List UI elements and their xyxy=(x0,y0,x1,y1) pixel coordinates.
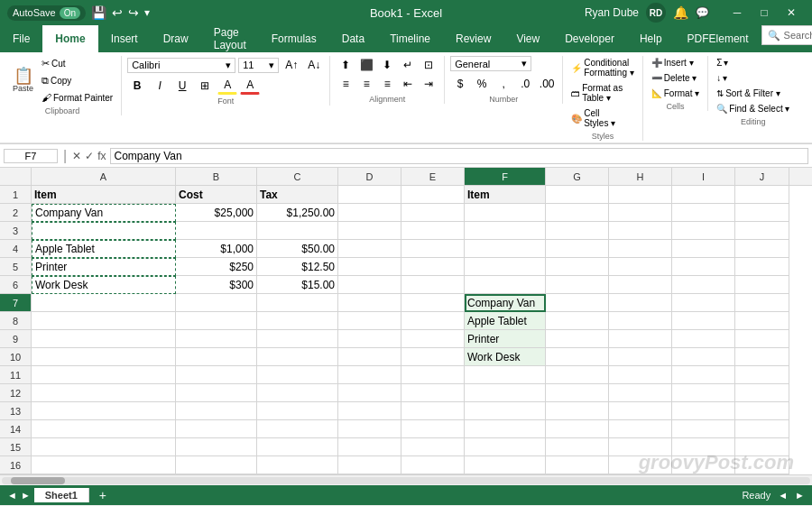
list-item[interactable] xyxy=(401,366,465,384)
list-item[interactable] xyxy=(546,258,609,276)
list-item[interactable] xyxy=(735,222,789,240)
list-item[interactable] xyxy=(257,294,338,312)
row-number-1[interactable]: 1 xyxy=(0,186,32,204)
format-as-table-button[interactable]: 🗃 Format asTable ▾ xyxy=(568,81,625,105)
row-number-10[interactable]: 10 xyxy=(0,348,32,366)
list-item[interactable] xyxy=(257,420,338,438)
border-button[interactable]: ⊞ xyxy=(195,77,215,95)
col-header-d[interactable]: D xyxy=(338,168,401,185)
list-item[interactable] xyxy=(32,312,176,330)
minimize-button[interactable]: ─ xyxy=(724,0,751,25)
list-item[interactable] xyxy=(257,438,338,456)
list-item[interactable] xyxy=(401,276,465,294)
list-item[interactable]: Tax xyxy=(257,186,338,204)
increase-font-button[interactable]: A↑ xyxy=(281,56,301,74)
list-item[interactable] xyxy=(609,186,672,204)
row-number-12[interactable]: 12 xyxy=(0,384,32,402)
cell-reference-box[interactable]: F7 xyxy=(4,149,58,163)
currency-button[interactable]: $ xyxy=(450,75,470,93)
list-item[interactable] xyxy=(609,366,672,384)
row-number-11[interactable]: 11 xyxy=(0,366,32,384)
font-color-button[interactable]: A xyxy=(240,77,260,95)
list-item[interactable] xyxy=(338,456,401,474)
list-item[interactable] xyxy=(609,276,672,294)
list-item[interactable] xyxy=(401,240,465,258)
list-item[interactable] xyxy=(465,384,546,402)
list-item[interactable] xyxy=(735,312,789,330)
list-item[interactable] xyxy=(735,456,789,474)
list-item[interactable]: $300 xyxy=(176,276,257,294)
list-item[interactable]: $250 xyxy=(176,258,257,276)
list-item[interactable] xyxy=(257,456,338,474)
list-item[interactable] xyxy=(465,276,546,294)
col-header-f[interactable]: F xyxy=(465,168,546,185)
list-item[interactable]: $25,000 xyxy=(176,204,257,222)
format-button[interactable]: 📐 Format ▾ xyxy=(649,87,702,100)
list-item[interactable]: Work Desk xyxy=(32,276,176,294)
list-item[interactable] xyxy=(546,240,609,258)
cell-styles-button[interactable]: 🎨 CellStyles ▾ xyxy=(568,106,618,130)
scroll-right-icon[interactable]: ► xyxy=(795,490,805,501)
list-item[interactable] xyxy=(546,438,609,456)
align-middle-button[interactable]: ⬛ xyxy=(356,56,376,74)
find-select-button[interactable]: 🔍 Find & Select ▾ xyxy=(714,102,792,115)
list-item[interactable] xyxy=(176,402,257,420)
list-item[interactable]: Apple Tablet xyxy=(32,240,176,258)
list-item[interactable] xyxy=(672,438,735,456)
list-item[interactable] xyxy=(546,204,609,222)
decrease-font-button[interactable]: A↓ xyxy=(304,56,324,74)
list-item[interactable] xyxy=(176,438,257,456)
list-item[interactable] xyxy=(609,330,672,348)
row-number-6[interactable]: 6 xyxy=(0,276,32,294)
redo-icon[interactable]: ↪ xyxy=(128,5,139,20)
formula-input[interactable] xyxy=(110,148,809,164)
list-item[interactable] xyxy=(401,330,465,348)
list-item[interactable] xyxy=(546,348,609,366)
list-item[interactable] xyxy=(546,366,609,384)
formula-confirm-icon[interactable]: ✓ xyxy=(85,150,94,162)
sort-filter-button[interactable]: ⇅ Sort & Filter ▾ xyxy=(714,87,783,100)
list-item[interactable] xyxy=(672,402,735,420)
tab-pdfelement[interactable]: PDFElement xyxy=(675,25,761,52)
increase-indent-button[interactable]: ⇥ xyxy=(419,75,438,93)
list-item[interactable]: $1,250.00 xyxy=(257,204,338,222)
list-item[interactable] xyxy=(465,240,546,258)
list-item[interactable] xyxy=(672,456,735,474)
percent-button[interactable]: % xyxy=(472,75,492,93)
list-item[interactable] xyxy=(338,186,401,204)
list-item[interactable] xyxy=(401,294,465,312)
list-item[interactable] xyxy=(257,402,338,420)
list-item[interactable] xyxy=(735,204,789,222)
list-item[interactable] xyxy=(735,402,789,420)
list-item[interactable] xyxy=(672,240,735,258)
wrap-text-button[interactable]: ↵ xyxy=(398,56,418,74)
list-item[interactable]: $15.00 xyxy=(257,276,338,294)
list-item[interactable] xyxy=(465,258,546,276)
list-item[interactable] xyxy=(257,384,338,402)
tab-formulas[interactable]: Formulas xyxy=(259,25,329,52)
list-item[interactable] xyxy=(672,204,735,222)
insert-button[interactable]: ➕ Insert ▾ xyxy=(649,56,697,69)
list-item[interactable] xyxy=(176,330,257,348)
list-item[interactable] xyxy=(465,402,546,420)
list-item[interactable] xyxy=(401,384,465,402)
tab-page-layout[interactable]: Page Layout xyxy=(201,25,259,52)
list-item[interactable] xyxy=(735,276,789,294)
list-item[interactable] xyxy=(176,384,257,402)
align-center-button[interactable]: ≡ xyxy=(356,75,376,93)
list-item[interactable] xyxy=(672,348,735,366)
list-item[interactable] xyxy=(338,402,401,420)
sheet-tab-1[interactable]: Sheet1 xyxy=(34,488,89,502)
comma-button[interactable]: , xyxy=(494,75,513,93)
list-item[interactable] xyxy=(735,258,789,276)
list-item[interactable] xyxy=(257,312,338,330)
quick-save-icon[interactable]: 💾 xyxy=(91,5,106,20)
paste-button[interactable]: 📋 Paste xyxy=(9,66,37,95)
list-item[interactable]: Work Desk📋(Ctrl) ▾ xyxy=(465,348,546,366)
list-item[interactable] xyxy=(546,420,609,438)
list-item[interactable] xyxy=(546,456,609,474)
row-number-14[interactable]: 14 xyxy=(0,420,32,438)
list-item[interactable] xyxy=(32,222,176,240)
list-item[interactable] xyxy=(672,312,735,330)
align-bottom-button[interactable]: ⬇ xyxy=(377,56,397,74)
